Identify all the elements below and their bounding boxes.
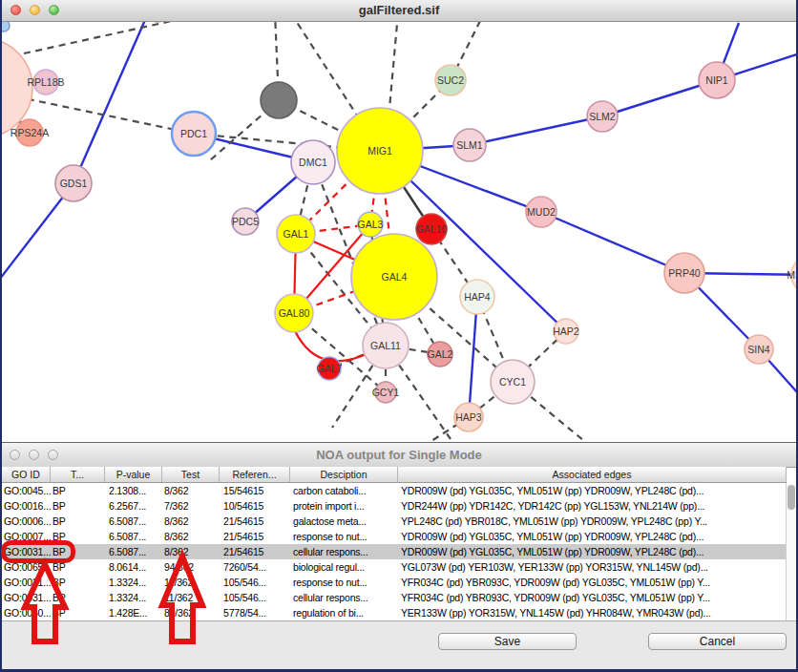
table-row[interactable]: GO:0031...BP1.3324...11/362105/546...cel… bbox=[2, 590, 787, 605]
cell-desciption[interactable]: galactose meta... bbox=[290, 514, 398, 529]
node-pdc5[interactable]: PDC5 bbox=[232, 208, 259, 235]
node-mig1[interactable]: MIG1 bbox=[337, 108, 423, 194]
node-unnamed-gray[interactable] bbox=[261, 82, 297, 118]
cell-referen[interactable]: 10/54615 bbox=[220, 498, 290, 514]
table-row[interactable]: GO:0006...BP6.5087...8/36221/54615galact… bbox=[2, 514, 787, 529]
node-hap3[interactable]: HAP3 bbox=[454, 403, 483, 431]
noa-titlebar[interactable]: NOA output for Single Mode bbox=[2, 443, 796, 468]
cell-test[interactable]: 11/362 bbox=[162, 575, 220, 590]
cell-test[interactable]: 11/362 bbox=[162, 590, 220, 605]
cell-p-value[interactable]: 6.5087... bbox=[105, 544, 162, 559]
node-gal10[interactable]: GAL10 bbox=[416, 214, 448, 244]
cell-t[interactable]: BP bbox=[51, 544, 105, 559]
cell-associated-edges[interactable]: YFR034C (pd) YBR093C, YDR009W (pd) YGL03… bbox=[398, 575, 787, 590]
network-canvas[interactable]: RPL18BRPS24AGDS1PDC1PDC5DMC1MIG1SUC2SLM1… bbox=[2, 0, 796, 442]
node-pdc1[interactable]: PDC1 bbox=[172, 112, 216, 156]
node-gal3[interactable]: GAL3 bbox=[358, 212, 384, 237]
cell-go-id[interactable]: GO:0031... bbox=[2, 590, 51, 605]
cell-referen[interactable]: 21/54615 bbox=[220, 514, 290, 529]
table-scrollbar[interactable] bbox=[786, 483, 796, 620]
cell-t[interactable]: BP bbox=[51, 498, 105, 514]
cell-associated-edges[interactable]: YDR009W (pd) YGL035C, YML051W (pp) YDR00… bbox=[398, 529, 787, 544]
node-msl5[interactable]: MSL5 bbox=[787, 256, 796, 294]
cell-test[interactable]: 8/362 bbox=[162, 544, 220, 559]
cell-go-id[interactable]: GO:0065... bbox=[2, 559, 51, 575]
cell-referen[interactable]: 21/54615 bbox=[220, 529, 290, 544]
cancel-button[interactable]: Cancel bbox=[648, 633, 787, 650]
cell-t[interactable]: BP bbox=[51, 483, 105, 498]
cell-go-id[interactable]: GO:0045... bbox=[2, 483, 51, 498]
cell-desciption[interactable]: regulation of bi... bbox=[290, 605, 398, 620]
cell-test[interactable]: 7/362 bbox=[162, 498, 220, 514]
node-suc2[interactable]: SUC2 bbox=[435, 65, 466, 95]
cell-associated-edges[interactable]: YER133W (pp) YOR315W, YNL145W (pd) YHR08… bbox=[398, 605, 787, 620]
cell-referen[interactable]: 5778/54... bbox=[220, 605, 290, 620]
node-slm2[interactable]: SLM2 bbox=[587, 101, 618, 132]
cell-desciption[interactable]: carbon cataboli... bbox=[290, 483, 398, 498]
node-cyc1[interactable]: CYC1 bbox=[491, 360, 535, 404]
cell-desciption[interactable]: cellular respons... bbox=[290, 544, 398, 559]
cell-desciption[interactable]: response to nut... bbox=[290, 529, 398, 544]
cell-go-id[interactable]: GO:0006... bbox=[2, 514, 51, 529]
table-row[interactable]: GO:0031...BP1.3324...11/362105/546...res… bbox=[2, 575, 787, 590]
node-gal1[interactable]: GAL1 bbox=[277, 215, 315, 253]
cell-referen[interactable]: 21/54615 bbox=[220, 544, 290, 559]
node-dmc1[interactable]: DMC1 bbox=[291, 140, 335, 184]
cell-go-id[interactable]: GO:0031... bbox=[2, 544, 51, 559]
scrollbar-thumb[interactable] bbox=[788, 485, 795, 510]
cell-desciption[interactable]: biological regul... bbox=[290, 559, 398, 575]
column-header-desciption[interactable]: Desciption bbox=[290, 467, 398, 482]
cell-associated-edges[interactable]: YGL073W (pd) YER103W, YER133W (pp) YOR31… bbox=[398, 559, 787, 575]
column-header-go-id[interactable]: GO ID bbox=[2, 467, 51, 482]
node-gds1[interactable]: GDS1 bbox=[55, 165, 92, 201]
node-prp40[interactable]: PRP40 bbox=[664, 253, 704, 293]
column-header-t[interactable]: T... bbox=[51, 467, 105, 482]
cell-p-value[interactable]: 1.3324... bbox=[105, 590, 162, 605]
cell-associated-edges[interactable]: YDR009W (pd) YGL035C, YML051W (pp) YDR00… bbox=[398, 483, 787, 498]
save-button[interactable]: Save bbox=[438, 633, 577, 650]
cell-t[interactable]: BP bbox=[51, 514, 105, 529]
column-header-associated-edges[interactable]: Associated edges bbox=[398, 467, 787, 482]
table-row[interactable]: GO:0031...BP6.5087...8/36221/54615cellul… bbox=[2, 544, 787, 559]
cell-p-value[interactable]: 8.0614... bbox=[105, 559, 162, 575]
cell-associated-edges[interactable]: YFR034C (pd) YBR093C, YDR009W (pd) YGL03… bbox=[398, 590, 787, 605]
column-header-p-value[interactable]: P-value bbox=[105, 467, 162, 482]
cell-referen[interactable]: 105/546... bbox=[220, 590, 290, 605]
cell-associated-edges[interactable]: YDR009W (pd) YGL035C, YML051W (pp) YDR00… bbox=[398, 544, 787, 559]
cell-go-id[interactable]: GO:0050... bbox=[2, 605, 51, 620]
column-header-test[interactable]: Test bbox=[162, 467, 220, 482]
cell-test[interactable]: 8/362 bbox=[162, 514, 220, 529]
table-row[interactable]: GO:0065...BP8.0614...94/3627260/54...bio… bbox=[2, 559, 787, 575]
cell-referen[interactable]: 7260/54... bbox=[220, 559, 290, 575]
node-slm1[interactable]: SLM1 bbox=[453, 129, 486, 161]
cell-t[interactable]: BP bbox=[51, 605, 105, 620]
node-sin4[interactable]: SIN4 bbox=[745, 335, 773, 364]
node-hap4[interactable]: HAP4 bbox=[460, 280, 494, 314]
table-row[interactable]: GO:0045...BP2.1308...8/36215/54615carbon… bbox=[2, 483, 787, 498]
table-row[interactable]: GO:0016...BP6.2567...7/36210/54615protei… bbox=[2, 498, 787, 514]
network-titlebar[interactable]: galFiltered.sif bbox=[2, 0, 796, 22]
cell-test[interactable]: 8/362 bbox=[162, 483, 220, 498]
table-row[interactable]: GO:0007...BP6.5087...8/36221/54615respon… bbox=[2, 529, 787, 544]
cell-desciption[interactable]: protein import i... bbox=[290, 498, 398, 514]
cell-associated-edges[interactable]: YDR244W (pp) YDR142C, YDR142C (pp) YGL15… bbox=[398, 498, 787, 514]
node-nip1[interactable]: NIP1 bbox=[699, 62, 735, 98]
cell-test[interactable]: 80/362 bbox=[162, 605, 220, 620]
node-gal11[interactable]: GAL11 bbox=[363, 323, 409, 368]
column-header-referen[interactable]: Referen... bbox=[220, 467, 290, 482]
cell-t[interactable]: BP bbox=[51, 575, 105, 590]
cell-test[interactable]: 94/362 bbox=[162, 559, 220, 575]
cell-referen[interactable]: 15/54615 bbox=[220, 483, 290, 498]
cell-test[interactable]: 8/362 bbox=[162, 529, 220, 544]
table-row[interactable]: GO:0050...BP1.428E...80/3625778/54...reg… bbox=[2, 605, 787, 620]
node-hap2[interactable]: HAP2 bbox=[553, 319, 579, 344]
node-gal4[interactable]: GAL4 bbox=[351, 234, 437, 320]
cell-p-value[interactable]: 6.5087... bbox=[105, 529, 162, 544]
cell-associated-edges[interactable]: YPL248C (pd) YBR018C, YML051W (pp) YDR00… bbox=[398, 514, 787, 529]
cell-go-id[interactable]: GO:0031... bbox=[2, 575, 51, 590]
node-gal2[interactable]: GAL2 bbox=[428, 342, 453, 367]
node-mud2[interactable]: MUD2 bbox=[526, 197, 556, 227]
cell-p-value[interactable]: 6.2567... bbox=[105, 498, 162, 514]
cell-go-id[interactable]: GO:0007... bbox=[2, 529, 51, 544]
cell-t[interactable]: BP bbox=[51, 559, 105, 575]
